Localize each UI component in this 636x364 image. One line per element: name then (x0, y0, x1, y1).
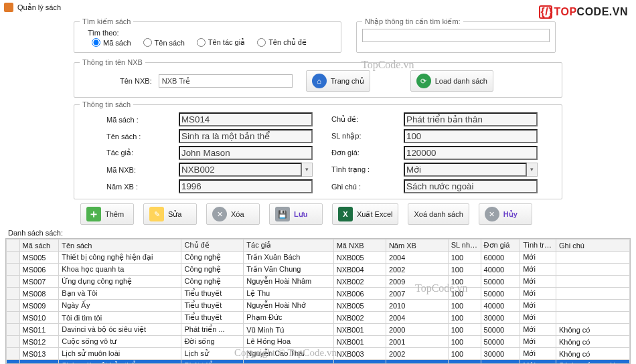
chevron-down-icon: ▾ (527, 163, 538, 177)
lbl-dongia: Đơn giá: (331, 149, 385, 157)
window-title: Quản lý sách (17, 3, 61, 12)
col-header[interactable]: Đơn giá (481, 240, 520, 252)
table-row[interactable]: MS012Cuộc sống vô tưĐời sốngLê Hồng HoaN… (7, 336, 630, 348)
app-icon (4, 3, 13, 12)
field-manxb[interactable]: ▾ (179, 163, 313, 177)
load-button[interactable]: ⟳Load danh sách (410, 70, 493, 92)
lbl-ghichu: Ghi chú : (331, 183, 385, 191)
lbl-chude: Chủ đề: (331, 115, 385, 124)
lbl-tacgia: Tác giả: (106, 149, 160, 157)
field-ma (179, 112, 313, 126)
search-legend: Tìm kiếm sách (80, 17, 133, 26)
nxb-legend: Thông tin tên NXB (80, 58, 145, 66)
cancel-icon: ✕ (485, 207, 499, 221)
search-by-label: Tìm theo: (80, 29, 335, 37)
lbl-nam: Năm XB : (106, 183, 160, 191)
field-tinhtrang[interactable]: ▾ (404, 163, 538, 177)
col-header[interactable]: Năm XB (386, 240, 448, 252)
field-ghichu (404, 179, 538, 193)
book-group: Thông tin sách Mã sách : Chủ đề: Tên sác… (74, 100, 562, 199)
x-icon: ✕ (212, 207, 227, 221)
add-button[interactable]: ＋Thêm (80, 203, 134, 225)
col-header[interactable]: Tình trạng (520, 240, 556, 252)
lbl-manxb: Mã NXB: (106, 166, 160, 174)
radio-tac-gia[interactable]: Tên tác giả (197, 38, 245, 47)
field-nam (179, 179, 313, 193)
logo-icon: {/} (539, 5, 552, 19)
toolbar: ＋Thêm ✎Sửa ✕Xóa 💾Lưu XXuất Excel Xoá dan… (54, 202, 582, 226)
table-row[interactable]: MS006Khoa học quanh taCông nghệTrần Văn … (7, 264, 630, 276)
lbl-ma: Mã sách : (106, 116, 160, 124)
plus-icon: ＋ (86, 207, 101, 221)
nxb-value (159, 74, 293, 88)
search-input[interactable] (362, 29, 550, 42)
field-ten (179, 129, 313, 143)
table-row[interactable]: MS008Bạn và TôiTiểu thuyếtLệ ThuNXB00620… (7, 288, 630, 300)
logo: {/}TOPCODE.VN (539, 5, 628, 19)
table-row[interactable]: MS007Ứng dụng công nghệCông nghệNguyễn H… (7, 276, 630, 288)
home-icon: ⌂ (312, 74, 327, 88)
search-group: Tìm kiếm sách Tìm theo: Mã sách Tên sách… (74, 17, 341, 53)
lbl-ten: Tên sách : (106, 132, 160, 141)
radio-ten-sach[interactable]: Tên sách (143, 38, 185, 47)
table-row[interactable]: MS010Tôi đi tìm tôiTiểu thuyếtPhạm ĐứcNX… (7, 312, 630, 324)
cancel-button[interactable]: ✕Hủy (479, 203, 532, 225)
list-label: Danh sách sách: (0, 226, 636, 237)
nxb-group: Thông tin tên NXB Tên NXB: ⌂Trang chủ ⟳L… (74, 58, 562, 98)
export-excel-button[interactable]: XXuất Excel (332, 203, 398, 225)
field-sl (404, 129, 538, 143)
clear-list-button[interactable]: Xoá danh sách (408, 203, 469, 225)
chevron-down-icon: ▾ (302, 163, 313, 177)
table-row[interactable]: MS013Lịch sử muôn loàiLịch sửNguyễn Cao … (7, 348, 630, 360)
pencil-icon: ✎ (149, 207, 164, 221)
col-header[interactable]: Mã sách (19, 240, 59, 252)
col-header[interactable]: Mã NXB (333, 240, 386, 252)
book-legend: Thông tin sách (80, 100, 133, 108)
lbl-tinhtrang: Tình trạng : (331, 165, 385, 174)
table-row[interactable]: MS005Thiết bị công nghệ hiện đạiCông ngh… (7, 252, 630, 264)
field-dongia (404, 146, 538, 160)
excel-icon: X (338, 207, 353, 221)
table-row[interactable]: ▸MS014Sinh ra là một bản thểPhát triển .… (7, 360, 630, 365)
floppy-icon: 💾 (275, 207, 290, 221)
col-header[interactable]: Tác giả (244, 240, 333, 252)
edit-button[interactable]: ✎Sửa (143, 203, 197, 225)
home-button[interactable]: ⌂Trang chủ (306, 70, 370, 92)
table-row[interactable]: MS011Davinci và bộ óc siêu việtPhát triể… (7, 324, 630, 336)
col-header[interactable]: Ghi chú (556, 240, 629, 252)
reload-icon: ⟳ (416, 74, 431, 88)
save-button[interactable]: 💾Lưu (269, 203, 323, 225)
field-chude (404, 112, 538, 126)
col-header[interactable]: Chủ đề (181, 240, 244, 252)
delete-button[interactable]: ✕Xóa (206, 203, 260, 225)
col-header[interactable]: Tên sách (59, 240, 181, 252)
nxb-label: Tên NXB: (120, 77, 152, 85)
search-input-group: Nhập thông tin cần tìm kiếm: (356, 17, 556, 53)
data-grid[interactable]: Mã sáchTên sáchChủ đềTác giảMã NXBNăm XB… (5, 238, 631, 364)
table-row[interactable]: MS009Ngày ẤyTiểu thuyếtNguyễn Hoài NhớNX… (7, 300, 630, 312)
search-input-label: Nhập thông tin cần tìm kiếm: (362, 17, 463, 26)
lbl-sl: SL nhập: (331, 132, 385, 141)
radio-chu-de[interactable]: Tên chủ đề (257, 38, 307, 47)
col-header[interactable]: SL nhập (448, 240, 481, 252)
field-tacgia (179, 146, 313, 160)
radio-ma-sach[interactable]: Mã sách (92, 38, 131, 47)
